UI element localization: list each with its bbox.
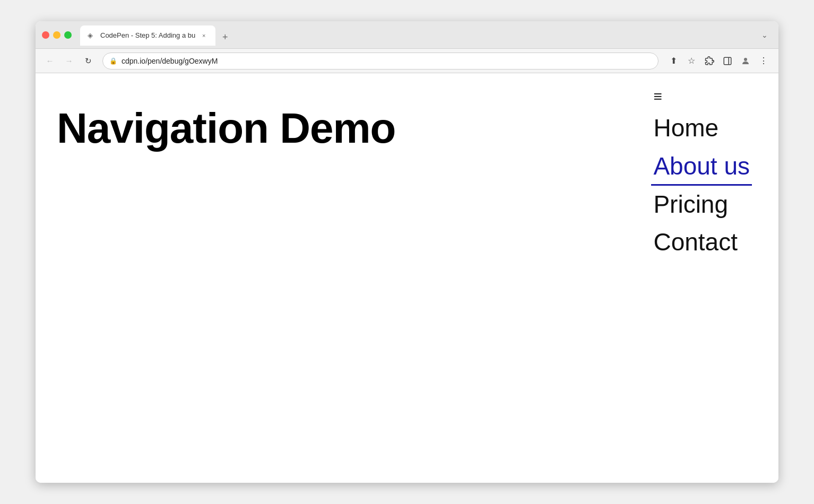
maximize-window-button[interactable] <box>64 31 72 39</box>
forward-button[interactable]: → <box>61 53 77 69</box>
nav-actions: ⬆ ☆ ⋮ <box>665 53 772 69</box>
sidebar-icon <box>723 56 732 66</box>
page-title: Navigation Demo <box>57 105 395 152</box>
back-button[interactable]: ← <box>42 53 58 69</box>
nav-item-about[interactable]: About us <box>651 147 752 186</box>
nav-item-pricing[interactable]: Pricing <box>651 186 730 224</box>
lock-icon: 🔒 <box>109 57 117 65</box>
address-bar[interactable]: 🔒 cdpn.io/pen/debug/gOexwyM <box>102 53 659 69</box>
nav-item-contact[interactable]: Contact <box>651 223 740 262</box>
svg-rect-0 <box>724 57 731 65</box>
minimize-window-button[interactable] <box>53 31 60 39</box>
profile-button[interactable] <box>737 53 754 69</box>
close-window-button[interactable] <box>42 31 49 39</box>
url-text: cdpn.io/pen/debug/gOexwyM <box>122 57 652 65</box>
active-tab[interactable]: ◈ CodePen - Step 5: Adding a bu × <box>80 25 215 46</box>
hamburger-icon[interactable]: ≡ <box>653 89 662 104</box>
traffic-lights <box>42 31 72 39</box>
tab-title: CodePen - Step 5: Adding a bu <box>100 31 195 39</box>
tab-expand-button[interactable]: ⌄ <box>757 28 772 42</box>
tab-close-button[interactable]: × <box>200 31 208 40</box>
extensions-button[interactable] <box>701 53 718 69</box>
svg-point-2 <box>744 58 747 61</box>
navigation-bar: ← → ↻ 🔒 cdpn.io/pen/debug/gOexwyM ⬆ ☆ <box>36 49 778 73</box>
browser-window: ◈ CodePen - Step 5: Adding a bu × + ⌄ ← … <box>36 21 778 483</box>
bookmark-button[interactable]: ☆ <box>683 53 700 69</box>
profile-icon <box>741 56 750 66</box>
nav-menu: ≡ Home About us Pricing Contact <box>651 89 752 262</box>
menu-button[interactable]: ⋮ <box>755 53 772 69</box>
title-bar: ◈ CodePen - Step 5: Adding a bu × + ⌄ <box>36 21 778 49</box>
share-button[interactable]: ⬆ <box>665 53 682 69</box>
sidebar-button[interactable] <box>719 53 736 69</box>
page-content: Navigation Demo ≡ Home About us Pricing … <box>36 73 778 483</box>
nav-item-home[interactable]: Home <box>651 109 721 147</box>
codepen-icon: ◈ <box>88 31 96 40</box>
reload-button[interactable]: ↻ <box>80 53 96 69</box>
new-tab-button[interactable]: + <box>218 30 232 45</box>
puzzle-icon <box>705 56 714 66</box>
tab-area: ◈ CodePen - Step 5: Adding a bu × + <box>80 25 753 45</box>
